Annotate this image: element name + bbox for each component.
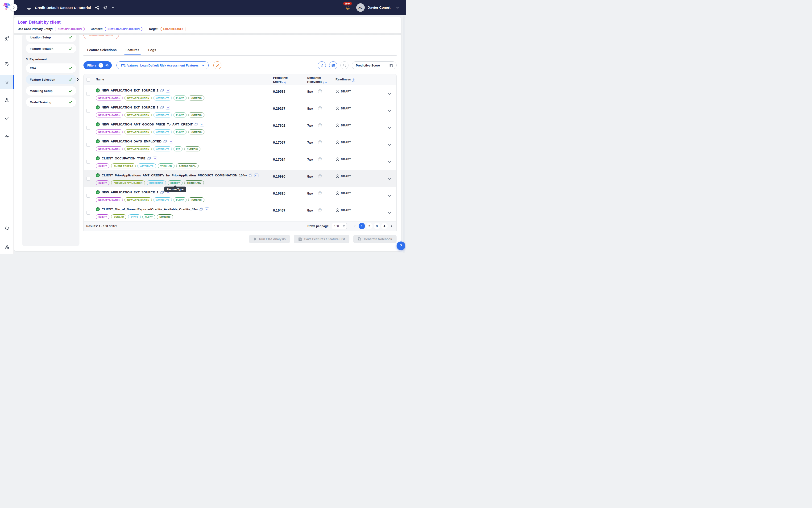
- tab[interactable]: Features: [126, 48, 139, 55]
- page-button[interactable]: 3: [374, 223, 380, 229]
- save-features-feature-list-button[interactable]: Save Features / Feature List: [294, 235, 349, 243]
- row-expand-chevron-icon[interactable]: [388, 143, 392, 147]
- semantic-relevance-help-icon[interactable]: ?: [323, 81, 326, 84]
- feature-id-badge[interactable]: ID: [200, 123, 204, 126]
- feature-name[interactable]: NEW_APPLICATION_DAYS_EMPLOYED: [102, 140, 162, 143]
- user-menu-chevron-icon[interactable]: [396, 6, 399, 9]
- sidebar-expand-button[interactable]: [10, 4, 17, 11]
- page-button[interactable]: 2: [366, 223, 372, 229]
- feature-name[interactable]: NEW_APPLICATION_EXT_SOURCE_1: [102, 190, 159, 194]
- tab[interactable]: Feature Selections: [87, 48, 117, 55]
- step-item[interactable]: Feature Selection: [26, 75, 76, 84]
- row-expand-chevron-icon[interactable]: [388, 194, 392, 198]
- notifications-button[interactable]: 999+: [345, 5, 351, 10]
- rail-item-telescope[interactable]: [0, 31, 14, 45]
- step-item[interactable]: Feature Ideation: [26, 44, 76, 53]
- copy-icon[interactable]: [160, 190, 164, 194]
- meta-value-pill: LOAN DEFAULT: [161, 27, 186, 31]
- step-item[interactable]: Modeling Setup: [26, 86, 76, 95]
- column-settings-button[interactable]: [329, 61, 337, 69]
- copy-icon[interactable]: [199, 208, 203, 211]
- row-checkbox[interactable]: [86, 143, 90, 147]
- row-checkbox[interactable]: [86, 92, 90, 96]
- filters-button[interactable]: Filters 1: [84, 61, 112, 69]
- run-eda-analysis-button[interactable]: Run EDA Analysis: [249, 235, 290, 243]
- next-page-button[interactable]: [389, 224, 394, 227]
- search-button[interactable]: [341, 61, 349, 69]
- rail-item-governance[interactable]: [0, 221, 14, 236]
- relevance-help-icon[interactable]: ?: [318, 208, 322, 212]
- predictive-score-value: 0.29538: [273, 90, 285, 93]
- feature-name[interactable]: CLIENT_Min_of_BureauReportedCredits_Avai…: [102, 208, 197, 211]
- row-checkbox[interactable]: [86, 194, 90, 198]
- generate-notebook-button[interactable]: Generate Notebook: [353, 235, 397, 243]
- copy-icon[interactable]: [160, 105, 164, 109]
- relevance-help-icon[interactable]: ?: [318, 123, 322, 127]
- row-expand-chevron-icon[interactable]: [388, 160, 392, 164]
- rail-item-monitoring[interactable]: [0, 129, 14, 143]
- rail-item-ideation[interactable]: [0, 56, 14, 71]
- feature-list-selector[interactable]: 372 features: Loan Default Risk Assessme…: [117, 61, 209, 69]
- row-expand-chevron-icon[interactable]: [388, 177, 392, 181]
- share-icon[interactable]: [95, 5, 99, 10]
- copy-icon[interactable]: [164, 140, 167, 143]
- copy-icon[interactable]: [249, 174, 252, 177]
- avatar[interactable]: XC: [356, 3, 365, 12]
- readiness-cell: DRAFT: [335, 140, 351, 144]
- relevance-help-icon[interactable]: ?: [318, 191, 322, 195]
- page-button[interactable]: 1: [359, 223, 365, 229]
- row-checkbox[interactable]: [86, 109, 90, 113]
- prev-page-button[interactable]: [353, 224, 357, 227]
- page-scrollbar[interactable]: [403, 15, 405, 253]
- rail-item-experiment[interactable]: [0, 93, 14, 107]
- feature-name[interactable]: NEW_APPLICATION_EXT_SOURCE_2: [102, 89, 159, 92]
- feature-id-badge[interactable]: ID: [153, 157, 157, 160]
- select-all-checkbox[interactable]: [86, 78, 90, 82]
- relevance-help-icon[interactable]: ?: [318, 107, 322, 110]
- row-expand-chevron-icon[interactable]: [388, 109, 392, 113]
- step-expand-chevron-icon[interactable]: [76, 78, 80, 81]
- row-checkbox[interactable]: [86, 126, 90, 130]
- relevance-help-icon[interactable]: ?: [318, 89, 322, 93]
- row-expand-chevron-icon[interactable]: [388, 92, 392, 96]
- magic-wand-button[interactable]: [213, 61, 221, 69]
- row-expand-chevron-icon[interactable]: [388, 211, 392, 215]
- feature-id-badge[interactable]: ID: [169, 140, 173, 143]
- step-item[interactable]: EDA: [26, 64, 76, 73]
- export-csv-button[interactable]: CSV: [318, 61, 326, 69]
- relevance-help-icon[interactable]: ?: [318, 174, 322, 178]
- page-button[interactable]: 4: [381, 223, 388, 229]
- row-checkbox[interactable]: [86, 211, 90, 215]
- copy-icon[interactable]: [160, 89, 164, 92]
- relevance-help-icon[interactable]: ?: [318, 157, 322, 161]
- gear-icon[interactable]: [103, 5, 107, 10]
- rail-item-validation[interactable]: [0, 111, 14, 125]
- copy-icon[interactable]: [194, 123, 198, 126]
- project-menu-chevron-icon[interactable]: [111, 6, 115, 9]
- row-expand-chevron-icon[interactable]: [388, 126, 392, 130]
- feature-id-badge[interactable]: ID: [254, 174, 258, 177]
- number-stepper-icon[interactable]: [343, 224, 345, 228]
- feature-id-badge[interactable]: ID: [166, 105, 170, 110]
- rail-item-feature-selection-active[interactable]: [0, 75, 14, 89]
- help-button[interactable]: ?: [397, 242, 405, 250]
- rows-per-page-input[interactable]: 100: [332, 223, 347, 229]
- feature-id-badge[interactable]: ID: [166, 89, 170, 92]
- feature-name[interactable]: CLIENT_PriorApplications_AMT_CREDITs_by_…: [102, 174, 247, 177]
- readiness-help-icon[interactable]: ?: [352, 79, 355, 82]
- predictive-score-help-icon[interactable]: ?: [282, 81, 286, 84]
- row-checkbox[interactable]: [86, 160, 90, 164]
- feature-name[interactable]: CLIENT_OCCUPATION_TYPE: [102, 157, 145, 160]
- row-checkbox[interactable]: [86, 177, 90, 181]
- relevance-help-icon[interactable]: ?: [318, 140, 322, 144]
- feature-name[interactable]: NEW_APPLICATION_AMT_GOODS_PRICE_To_AMT_C…: [102, 123, 193, 126]
- rail-item-user-search[interactable]: [0, 240, 14, 254]
- step-item[interactable]: Model Training: [26, 97, 76, 107]
- tab[interactable]: Logs: [148, 48, 156, 55]
- copy-icon[interactable]: [147, 157, 151, 160]
- feature-tag: NUMERIC: [188, 129, 205, 134]
- feature-id-badge[interactable]: ID: [205, 208, 209, 211]
- featurebyte-logo[interactable]: [3, 3, 11, 11]
- feature-name[interactable]: NEW_APPLICATION_EXT_SOURCE_3: [102, 105, 159, 109]
- sort-select[interactable]: Predictive Score: [352, 61, 397, 69]
